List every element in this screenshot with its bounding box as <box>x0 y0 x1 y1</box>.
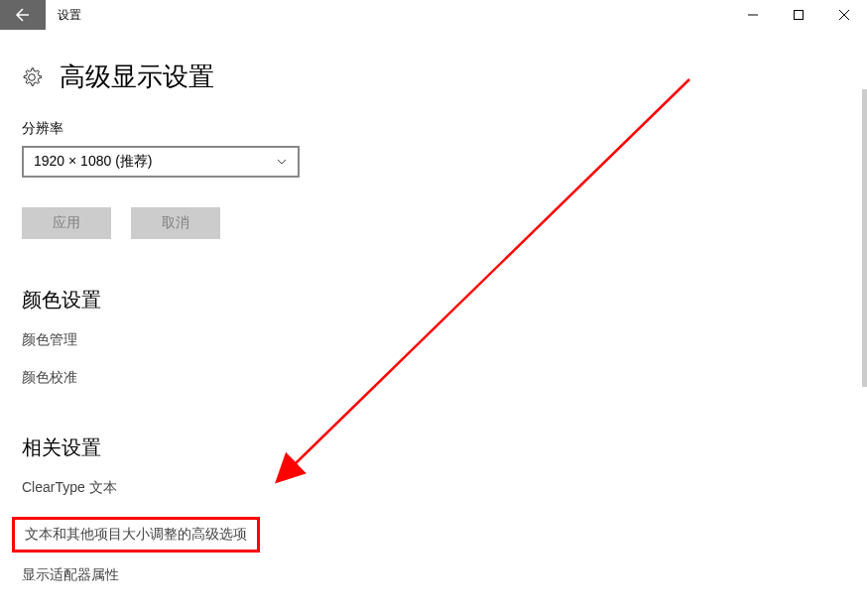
maximize-button[interactable] <box>776 0 821 30</box>
page-header: 高级显示设置 <box>22 60 845 94</box>
scrollbar-thumb[interactable] <box>862 89 867 387</box>
close-icon <box>839 10 849 20</box>
cleartype-link[interactable]: ClearType 文本 <box>22 479 117 497</box>
color-calibration-link[interactable]: 颜色校准 <box>22 369 77 387</box>
resolution-dropdown[interactable]: 1920 × 1080 (推荐) <box>22 146 300 178</box>
content-area: 高级显示设置 分辨率 1920 × 1080 (推荐) 应用 取消 颜色设置 颜… <box>0 30 867 616</box>
cancel-button[interactable]: 取消 <box>131 207 220 239</box>
minimize-button[interactable] <box>730 0 776 30</box>
gear-icon <box>22 67 42 87</box>
text-size-link[interactable]: 文本和其他项目大小调整的高级选项 <box>25 526 247 544</box>
resolution-label: 分辨率 <box>22 120 845 138</box>
back-button[interactable] <box>0 0 46 30</box>
arrow-left-icon <box>15 7 31 23</box>
resolution-value: 1920 × 1080 (推荐) <box>34 153 152 171</box>
close-button[interactable] <box>821 0 867 30</box>
window-controls <box>730 0 867 30</box>
page-title: 高级显示设置 <box>60 60 214 94</box>
apply-button[interactable]: 应用 <box>22 207 111 239</box>
window-title: 设置 <box>46 7 81 24</box>
color-section-title: 颜色设置 <box>22 287 845 313</box>
chevron-down-icon <box>276 156 288 168</box>
svg-rect-1 <box>795 11 804 20</box>
title-bar: 设置 <box>0 0 867 30</box>
minimize-icon <box>748 10 758 20</box>
related-section-title: 相关设置 <box>22 434 845 461</box>
highlight-box: 文本和其他项目大小调整的高级选项 <box>12 517 260 553</box>
adapter-link[interactable]: 显示适配器属性 <box>22 566 119 584</box>
color-management-link[interactable]: 颜色管理 <box>22 331 77 349</box>
maximize-icon <box>794 10 804 20</box>
button-row: 应用 取消 <box>22 207 845 239</box>
